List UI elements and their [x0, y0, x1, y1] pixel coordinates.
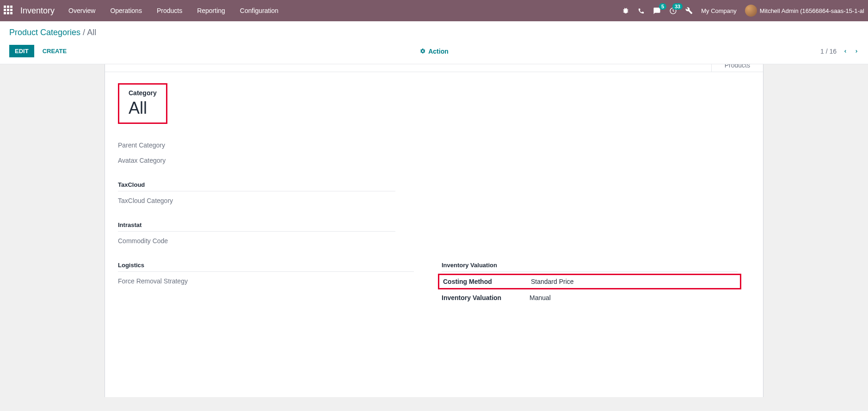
nav-reporting[interactable]: Reporting	[197, 7, 225, 14]
pager-arrows	[843, 48, 859, 55]
costing-method-value: Standard Price	[531, 278, 574, 285]
apps-icon[interactable]	[4, 6, 14, 16]
taxcloud-category-row: TaxCloud Category	[118, 193, 395, 209]
two-column-section: Logistics Force Removal Strategy Invento…	[118, 262, 750, 305]
pager-text[interactable]: 1 / 16	[820, 48, 837, 55]
action-dropdown[interactable]: Action	[419, 48, 449, 55]
activity-icon[interactable]: 33	[669, 7, 677, 15]
products-stat-button[interactable]: Products	[711, 64, 763, 72]
commodity-code-row: Commodity Code	[118, 233, 395, 249]
app-brand[interactable]: Inventory	[20, 6, 55, 16]
chevron-right-icon[interactable]	[854, 48, 859, 55]
category-value: All	[129, 98, 157, 118]
sheet-background: Products Category All Parent Category Av…	[0, 64, 868, 397]
intrastat-section: Intrastat	[118, 221, 395, 232]
breadcrumb-current: All	[87, 28, 96, 37]
bug-icon[interactable]	[622, 7, 629, 14]
parent-category-row: Parent Category	[118, 138, 395, 153]
nav-overview[interactable]: Overview	[68, 7, 95, 14]
form-body: Category All Parent Category Avatax Cate…	[105, 72, 763, 316]
inventory-valuation-column: Inventory Valuation Costing Method Stand…	[442, 262, 738, 305]
avatax-category-label: Avatax Category	[118, 157, 238, 164]
messages-icon[interactable]: 5	[653, 7, 661, 15]
taxcloud-section: TaxCloud	[118, 181, 395, 191]
breadcrumb: Product Categories / All	[9, 28, 859, 37]
avatax-category-row: Avatax Category	[118, 153, 395, 168]
control-row: EDIT CREATE Action 1 / 16	[0, 40, 868, 64]
nav-links: Overview Operations Products Reporting C…	[68, 7, 278, 14]
gear-icon	[419, 48, 425, 54]
parent-category-label: Parent Category	[118, 141, 238, 149]
messages-badge: 5	[659, 3, 666, 10]
inventory-valuation-section: Inventory Valuation	[442, 262, 738, 272]
create-button[interactable]: CREATE	[37, 45, 72, 57]
stat-button-row: Products	[105, 64, 763, 72]
top-nav: Inventory Overview Operations Products R…	[0, 0, 868, 21]
force-removal-label: Force Removal Strategy	[118, 277, 238, 285]
inventory-valuation-label: Inventory Valuation	[442, 294, 529, 301]
phone-icon[interactable]	[638, 7, 645, 14]
inventory-valuation-row: Inventory Valuation Manual	[442, 290, 738, 305]
nav-products[interactable]: Products	[157, 7, 182, 14]
commodity-code-label: Commodity Code	[118, 237, 238, 245]
logistics-section: Logistics	[118, 262, 414, 272]
action-label: Action	[428, 48, 449, 55]
activity-badge: 33	[672, 3, 683, 10]
breadcrumb-row: Product Categories / All	[0, 21, 868, 40]
chevron-left-icon[interactable]	[843, 48, 848, 55]
inventory-valuation-value: Manual	[529, 294, 551, 301]
topnav-right: 5 33 My Company Mitchell Admin (16566864…	[622, 5, 864, 17]
company-name[interactable]: My Company	[701, 7, 737, 14]
costing-method-label: Costing Method	[443, 278, 531, 285]
nav-configuration[interactable]: Configuration	[240, 7, 278, 14]
costing-method-highlight: Costing Method Standard Price	[438, 274, 741, 289]
user-menu[interactable]: Mitchell Admin (16566864-saas-15-1-al	[745, 5, 864, 17]
fields-column: Parent Category Avatax Category TaxCloud…	[118, 138, 395, 249]
force-removal-row: Force Removal Strategy	[118, 274, 414, 289]
category-label: Category	[129, 89, 157, 97]
tools-icon[interactable]	[685, 7, 693, 14]
avatar	[745, 5, 757, 17]
breadcrumb-sep: /	[83, 28, 87, 37]
edit-button[interactable]: EDIT	[9, 45, 34, 57]
nav-operations[interactable]: Operations	[110, 7, 142, 14]
user-name: Mitchell Admin (16566864-saas-15-1-al	[760, 7, 864, 14]
form-sheet: Products Category All Parent Category Av…	[105, 64, 763, 397]
taxcloud-category-label: TaxCloud Category	[118, 197, 238, 204]
costing-method-row: Costing Method Standard Price	[443, 278, 736, 285]
control-right: 1 / 16	[820, 48, 859, 55]
category-title-box: Category All	[118, 83, 167, 124]
logistics-column: Logistics Force Removal Strategy	[118, 262, 414, 305]
breadcrumb-parent[interactable]: Product Categories	[9, 28, 80, 37]
